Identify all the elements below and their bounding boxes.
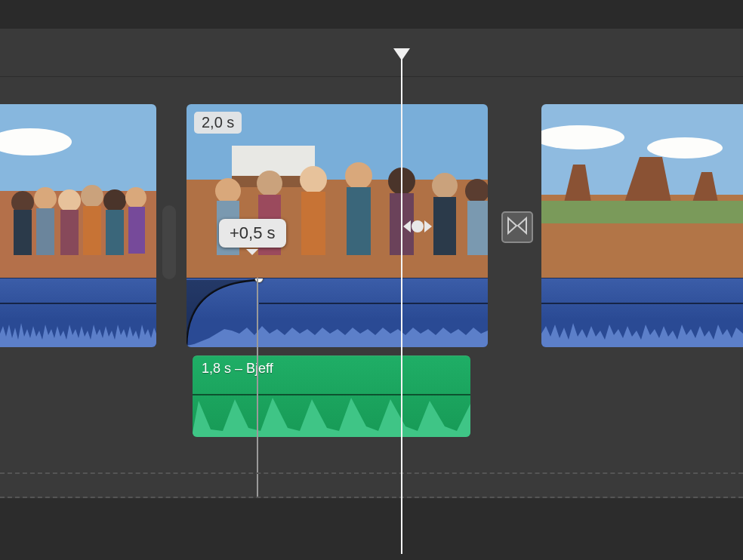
svg-point-41 xyxy=(647,137,723,158)
waveform xyxy=(187,311,488,347)
svg-rect-10 xyxy=(83,206,101,255)
clip-connector-icon xyxy=(287,355,299,357)
svg-rect-26 xyxy=(347,187,371,255)
svg-point-5 xyxy=(34,187,57,210)
svg-rect-8 xyxy=(60,210,79,255)
toolbar-strip xyxy=(0,0,743,29)
svg-point-11 xyxy=(103,189,126,212)
svg-point-21 xyxy=(257,171,282,196)
waveform xyxy=(541,311,743,347)
timeline-footer xyxy=(0,498,743,560)
clip-edge-handle[interactable] xyxy=(162,205,176,279)
clip-thumbnail: 2,0 s xyxy=(187,104,488,278)
retime-handle[interactable] xyxy=(402,216,433,237)
clip-duration-badge: 2,0 s xyxy=(194,112,242,134)
video-clip-3[interactable] xyxy=(541,104,743,347)
svg-rect-42 xyxy=(541,201,743,223)
svg-marker-37 xyxy=(518,218,526,233)
svg-point-34 xyxy=(412,220,424,232)
waveform xyxy=(193,393,470,437)
cross-dissolve-icon xyxy=(507,216,527,238)
svg-marker-35 xyxy=(424,220,432,232)
svg-rect-14 xyxy=(128,207,145,254)
volume-line[interactable] xyxy=(0,303,156,304)
fade-offset-tooltip: +0,5 s xyxy=(219,219,286,248)
clip-audio-lane[interactable] xyxy=(0,278,156,347)
timeline[interactable]: 2,0 s +0,5 s xyxy=(0,29,743,560)
clip-thumbnail xyxy=(541,104,743,278)
video-clip-1[interactable] xyxy=(0,104,156,347)
svg-point-27 xyxy=(388,168,415,195)
svg-point-25 xyxy=(345,162,372,189)
transition-cross-dissolve[interactable] xyxy=(501,211,533,243)
svg-point-7 xyxy=(58,189,81,212)
volume-line[interactable] xyxy=(541,303,743,304)
fade-in-handle[interactable] xyxy=(254,278,264,283)
clip-audio-lane[interactable] xyxy=(541,278,743,347)
track-divider xyxy=(0,76,743,77)
clip-thumbnail xyxy=(0,104,156,278)
svg-rect-4 xyxy=(14,210,32,255)
svg-rect-24 xyxy=(301,192,325,255)
svg-rect-32 xyxy=(467,201,488,255)
svg-point-19 xyxy=(215,178,241,204)
clip-audio-lane[interactable] xyxy=(187,278,488,347)
svg-point-23 xyxy=(300,166,327,193)
svg-rect-6 xyxy=(36,208,54,255)
audio-clip[interactable]: 1,8 s – Bjeff xyxy=(193,355,470,437)
svg-point-13 xyxy=(125,187,146,208)
svg-rect-12 xyxy=(106,210,124,255)
svg-marker-36 xyxy=(508,218,516,233)
track-lane-divider xyxy=(0,472,743,474)
audio-clip-label: 1,8 s – Bjeff xyxy=(202,361,273,377)
volume-line[interactable] xyxy=(259,303,488,304)
waveform xyxy=(0,311,156,347)
svg-point-29 xyxy=(432,173,458,198)
svg-marker-33 xyxy=(403,220,411,232)
svg-point-9 xyxy=(81,185,103,208)
svg-rect-30 xyxy=(433,197,456,255)
